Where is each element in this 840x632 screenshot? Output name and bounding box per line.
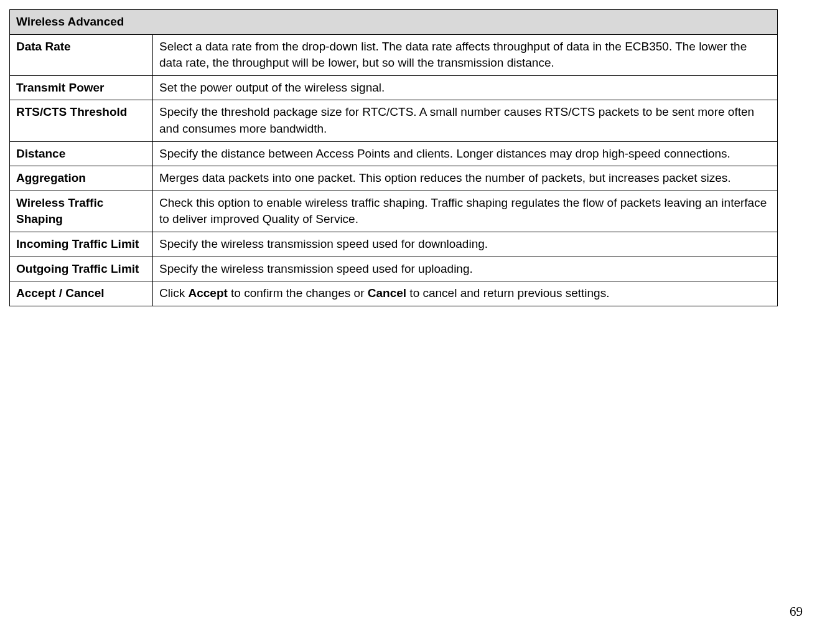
row-desc: Specify the wireless transmission speed … xyxy=(153,257,778,281)
table-row: Data Rate Select a data rate from the dr… xyxy=(10,34,778,75)
table-header-row: Wireless Advanced xyxy=(10,10,778,35)
row-desc: Specify the wireless transmission speed … xyxy=(153,232,778,257)
desc-part-bold: Accept xyxy=(188,286,227,299)
desc-part-bold: Cancel xyxy=(368,286,406,299)
row-desc: Select a data rate from the drop-down li… xyxy=(153,34,778,75)
row-label: Distance xyxy=(10,141,153,166)
row-label: Accept / Cancel xyxy=(10,281,153,306)
table-row: Transmit Power Set the power output of t… xyxy=(10,75,778,100)
desc-part: to confirm the changes or xyxy=(228,286,368,299)
row-desc: Specify the threshold package size for R… xyxy=(153,100,778,141)
table-row: RTS/CTS Threshold Specify the threshold … xyxy=(10,100,778,141)
table-row: Accept / Cancel Click Accept to confirm … xyxy=(10,281,778,306)
row-label: Outgoing Traffic Limit xyxy=(10,257,153,281)
desc-part: Click xyxy=(159,286,188,299)
row-label: Aggregation xyxy=(10,166,153,191)
row-label: Wireless Traffic Shaping xyxy=(10,191,153,232)
row-desc: Specify the distance between Access Poin… xyxy=(153,141,778,166)
table-row: Distance Specify the distance between Ac… xyxy=(10,141,778,166)
row-desc: Set the power output of the wireless sig… xyxy=(153,75,778,100)
desc-part: to cancel and return previous settings. xyxy=(406,286,609,299)
wireless-advanced-table: Wireless Advanced Data Rate Select a dat… xyxy=(9,9,778,306)
row-label: Data Rate xyxy=(10,34,153,75)
table-row: Wireless Traffic Shaping Check this opti… xyxy=(10,191,778,232)
row-desc: Merges data packets into one packet. Thi… xyxy=(153,166,778,191)
row-label: Transmit Power xyxy=(10,75,153,100)
table-row: Outgoing Traffic Limit Specify the wirel… xyxy=(10,257,778,281)
table-title: Wireless Advanced xyxy=(10,10,778,35)
page-number: 69 xyxy=(790,604,803,620)
row-desc: Click Accept to confirm the changes or C… xyxy=(153,281,778,306)
row-label: RTS/CTS Threshold xyxy=(10,100,153,141)
row-desc: Check this option to enable wireless tra… xyxy=(153,191,778,232)
table-row: Incoming Traffic Limit Specify the wirel… xyxy=(10,232,778,257)
row-label: Incoming Traffic Limit xyxy=(10,232,153,257)
table-row: Aggregation Merges data packets into one… xyxy=(10,166,778,191)
